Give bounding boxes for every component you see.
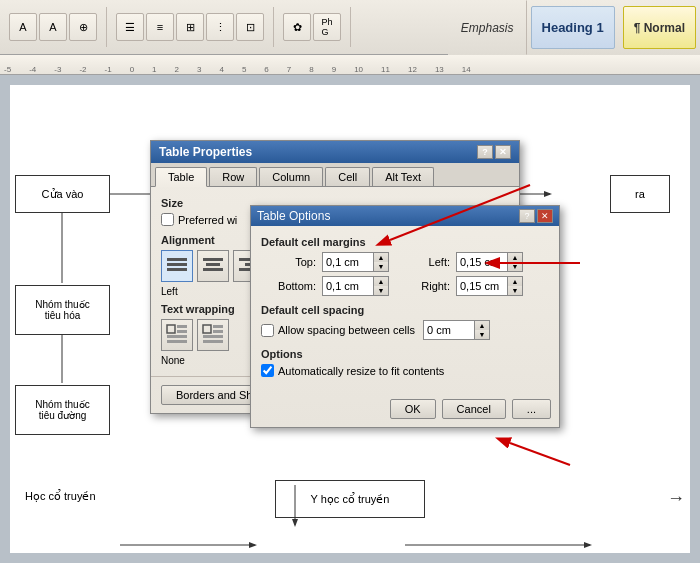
dialog-titlebar-btns: ? ✕: [477, 145, 511, 159]
table-insert-btn[interactable]: ⊞: [176, 13, 204, 41]
bottom-spinbox[interactable]: ▲ ▼: [322, 276, 389, 296]
subdialog-ok-label: OK: [405, 403, 421, 415]
left-spin-down[interactable]: ▼: [508, 262, 522, 271]
svg-rect-20: [203, 325, 211, 333]
highlight-btn[interactable]: A: [39, 13, 67, 41]
svg-rect-23: [203, 335, 223, 338]
tab-column[interactable]: Column: [259, 167, 323, 186]
left-spinbox[interactable]: ▲ ▼: [456, 252, 523, 272]
left-input[interactable]: [457, 253, 507, 271]
style-heading1[interactable]: Heading 1: [531, 6, 615, 49]
fc-ra: ra: [610, 175, 670, 213]
list-btn[interactable]: ☰: [116, 13, 144, 41]
style-emphasis[interactable]: Emphasis: [448, 0, 527, 55]
figurina-btn[interactable]: ✿: [283, 13, 311, 41]
subdialog-help-btn[interactable]: ?: [519, 209, 535, 223]
top-spin-down[interactable]: ▼: [374, 262, 388, 271]
options-label: Options: [261, 348, 549, 360]
svg-rect-7: [167, 263, 187, 266]
spacing-spinbox[interactable]: ▲ ▼: [423, 320, 490, 340]
subdialog-titlebar: Table Options ? ✕: [251, 206, 559, 226]
svg-rect-21: [213, 325, 223, 328]
fc-cuavao: Cửa vào: [15, 175, 110, 213]
left-spin-up[interactable]: ▲: [508, 253, 522, 262]
subdialog-footer: OK Cancel ...: [251, 391, 559, 427]
svg-rect-10: [206, 263, 220, 266]
symbol-btn[interactable]: ⊕: [69, 13, 97, 41]
align-center-btn[interactable]: [197, 250, 229, 282]
svg-rect-18: [167, 335, 187, 338]
svg-rect-6: [167, 258, 187, 261]
svg-rect-9: [203, 258, 223, 261]
bottom-input[interactable]: [323, 277, 373, 295]
toolbar-group-para: ☰ ≡ ⊞ ⋮ ⊡: [115, 7, 274, 47]
subdialog-more-btn[interactable]: ...: [512, 399, 551, 419]
tab-table[interactable]: Table: [155, 167, 207, 187]
svg-rect-24: [203, 340, 223, 343]
subdialog-cancel-btn[interactable]: Cancel: [442, 399, 506, 419]
spacing-input[interactable]: [424, 321, 474, 339]
dialog-help-btn[interactable]: ?: [477, 145, 493, 159]
svg-rect-19: [167, 340, 187, 343]
main-area: Cửa vào Nhóm thuốctiêu hóa Nhóm thuốctiê…: [0, 75, 700, 563]
subdialog-title: Table Options: [257, 209, 330, 223]
right-input[interactable]: [457, 277, 507, 295]
bottom-spinbox-btns: ▲ ▼: [373, 277, 388, 295]
svg-rect-17: [177, 330, 187, 333]
subdialog-btns: ? ✕: [519, 209, 553, 223]
ruler-marks: -5-4-3-2-1 01234 56789 1011121314: [0, 55, 700, 74]
fc-nhomthuoc2: Nhóm thuốctiêu đường: [15, 385, 110, 435]
autoresize-checkbox[interactable]: [261, 364, 274, 377]
dialog-titlebar: Table Properties ? ✕: [151, 141, 519, 163]
subdialog-ok-btn[interactable]: OK: [390, 399, 436, 419]
table-options-dialog: Table Options ? ✕ Default cell margins T…: [250, 205, 560, 428]
autoresize-label: Automatically resize to fit contents: [278, 365, 444, 377]
subdialog-close-btn[interactable]: ✕: [537, 209, 553, 223]
dialog-close-btn[interactable]: ✕: [495, 145, 511, 159]
preferred-width-checkbox[interactable]: [161, 213, 174, 226]
right-spin-down[interactable]: ▼: [508, 286, 522, 295]
numbering-btn[interactable]: ⊡: [236, 13, 264, 41]
style-normal[interactable]: ¶ Normal: [623, 6, 696, 49]
bottom-spin-up[interactable]: ▲: [374, 277, 388, 286]
fc-arrow-right-end: →: [667, 488, 685, 509]
spacing-spin-up[interactable]: ▲: [475, 321, 489, 330]
right-spinbox[interactable]: ▲ ▼: [456, 276, 523, 296]
document: Cửa vào Nhóm thuốctiêu hóa Nhóm thuốctiê…: [10, 85, 690, 553]
tab-row[interactable]: Row: [209, 167, 257, 186]
top-spinbox-btns: ▲ ▼: [373, 253, 388, 271]
top-row: Top: ▲ ▼ Left: ▲ ▼: [261, 252, 549, 272]
spacing-spin-down[interactable]: ▼: [475, 330, 489, 339]
wrap-around-btn[interactable]: [197, 319, 229, 351]
bottom-spin-down[interactable]: ▼: [374, 286, 388, 295]
bottom-row: Bottom: ▲ ▼ Right: ▲ ▼: [261, 276, 549, 296]
right-spinbox-btns: ▲ ▼: [507, 277, 522, 295]
top-spin-up[interactable]: ▲: [374, 253, 388, 262]
indent-btn[interactable]: ≡: [146, 13, 174, 41]
fc-yhocco-left: Học cổ truyền: [25, 490, 96, 503]
allow-spacing-row: Allow spacing between cells ▲ ▼: [261, 320, 549, 340]
allow-spacing-checkbox[interactable]: [261, 324, 274, 337]
left-spinbox-btns: ▲ ▼: [507, 253, 522, 271]
right-spin-up[interactable]: ▲: [508, 277, 522, 286]
allow-spacing-label: Allow spacing between cells: [278, 324, 415, 336]
tab-alttext[interactable]: Alt Text: [372, 167, 434, 186]
svg-rect-8: [167, 268, 187, 271]
svg-rect-11: [203, 268, 223, 271]
top-spinbox[interactable]: ▲ ▼: [322, 252, 389, 272]
dialog-title: Table Properties: [159, 145, 252, 159]
autoresize-row: Automatically resize to fit contents: [261, 364, 549, 377]
svg-rect-15: [167, 325, 175, 333]
font-color-btn[interactable]: A: [9, 13, 37, 41]
svg-rect-16: [177, 325, 187, 328]
bullets-btn[interactable]: ⋮: [206, 13, 234, 41]
tab-cell[interactable]: Cell: [325, 167, 370, 186]
phonetic-btn[interactable]: PhG: [313, 13, 341, 41]
top-input[interactable]: [323, 253, 373, 271]
bottom-label: Bottom:: [261, 280, 316, 292]
wrap-none-btn[interactable]: [161, 319, 193, 351]
align-left-btn[interactable]: [161, 250, 193, 282]
subdialog-content: Default cell margins Top: ▲ ▼ Left:: [251, 226, 559, 391]
left-label2: Left:: [395, 256, 450, 268]
toolbar-group-figurina: ✿ PhG: [282, 7, 351, 47]
